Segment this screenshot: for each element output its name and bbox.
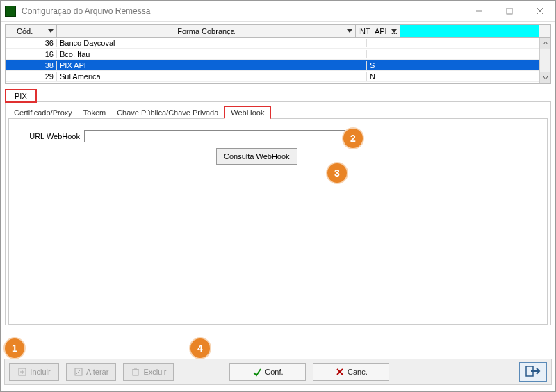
column-header-scroll xyxy=(539,25,550,37)
cell-forma: Sul America xyxy=(57,72,367,81)
vertical-scrollbar[interactable] xyxy=(539,38,550,83)
canc-label: Canc. xyxy=(348,368,368,376)
tab-webhook-label: WebHook xyxy=(231,108,264,117)
cell-cod: 29 xyxy=(6,72,57,81)
cell-forma: Banco Daycoval xyxy=(57,39,367,47)
callout-2-num: 2 xyxy=(350,133,356,144)
tab-token-label: Tokem xyxy=(83,108,106,117)
col-cod-label: Cód. xyxy=(17,27,33,35)
minimize-button[interactable] xyxy=(464,1,494,21)
svg-rect-1 xyxy=(507,8,512,14)
tab-webhook[interactable]: WebHook xyxy=(224,106,271,119)
pix-panel: Certificado/Proxy Tokem Chave Pública/Ch… xyxy=(5,101,551,325)
url-webhook-label: URL WebHook xyxy=(17,132,80,140)
col-forma-label: Forma Cobrança xyxy=(177,27,235,35)
tab-chave-publica-privada[interactable]: Chave Pública/Chave Privada xyxy=(111,107,224,118)
data-grid[interactable]: Cód. Forma Cobrança INT_API_... 36 Banco… xyxy=(5,24,551,84)
callout-1: 1 xyxy=(5,338,24,358)
scroll-down-button[interactable] xyxy=(540,72,550,83)
alterar-button[interactable]: Alterar xyxy=(66,363,116,381)
table-row[interactable]: 36 Banco Daycoval xyxy=(6,38,550,49)
conf-label: Conf. xyxy=(265,368,283,376)
tab-chave-label: Chave Pública/Chave Privada xyxy=(117,108,218,117)
cell-int: N xyxy=(367,72,411,81)
cell-cod: 38 xyxy=(6,61,57,70)
tab-cert-label: Certificado/Proxy xyxy=(14,108,72,117)
alterar-label: Alterar xyxy=(86,368,108,376)
conf-button[interactable]: Conf. xyxy=(229,363,306,381)
title-bar: Configuração do Arquivo Remessa xyxy=(1,1,555,22)
callout-4: 4 xyxy=(190,338,210,358)
tab-certificado-proxy[interactable]: Certificado/Proxy xyxy=(8,107,78,118)
svg-rect-9 xyxy=(133,370,138,375)
url-webhook-input[interactable] xyxy=(84,130,345,142)
webhook-panel: URL WebHook Consulta WebHook xyxy=(8,119,548,325)
inner-tabstrip: Certificado/Proxy Tokem Chave Pública/Ch… xyxy=(8,105,548,119)
window-controls xyxy=(464,1,555,21)
column-header-cod[interactable]: Cód. xyxy=(6,25,57,37)
maximize-button[interactable] xyxy=(494,1,525,21)
outer-tabstrip: PIX Certificado/Proxy Tokem Chave Públic… xyxy=(5,88,551,325)
cell-forma: Bco. Itau xyxy=(57,50,367,58)
callout-1-num: 1 xyxy=(12,343,17,354)
chevron-down-icon xyxy=(391,29,397,33)
tab-pix[interactable]: PIX xyxy=(5,89,37,103)
table-row-selected[interactable]: 38 PIX API S xyxy=(6,60,550,71)
cell-cod: 16 xyxy=(6,50,57,58)
app-icon xyxy=(5,6,16,17)
callout-4-num: 4 xyxy=(197,343,203,354)
bottom-toolbar: Incluir Alterar Excluir Conf. Canc. xyxy=(4,359,552,385)
url-webhook-row: URL WebHook xyxy=(17,130,539,142)
exit-button[interactable] xyxy=(519,362,547,382)
add-icon xyxy=(17,367,27,377)
canc-button[interactable]: Canc. xyxy=(313,363,389,381)
excluir-button[interactable]: Excluir xyxy=(123,363,174,381)
window-title: Configuração do Arquivo Remessa xyxy=(22,6,150,16)
excluir-label: Excluir xyxy=(143,368,166,376)
close-button[interactable] xyxy=(525,1,555,21)
chevron-down-icon xyxy=(347,29,352,33)
tab-tokem[interactable]: Tokem xyxy=(78,107,111,118)
incluir-label: Incluir xyxy=(30,368,50,376)
consulta-webhook-button[interactable]: Consulta WebHook xyxy=(216,148,297,165)
table-row[interactable]: 29 Sul America N xyxy=(6,71,550,82)
scroll-up-button[interactable] xyxy=(540,38,550,49)
exit-icon xyxy=(525,365,541,379)
column-header-int-api[interactable]: INT_API_... xyxy=(356,25,400,37)
chevron-down-icon xyxy=(48,29,54,33)
consulta-webhook-label: Consulta WebHook xyxy=(224,152,290,161)
column-header-forma[interactable]: Forma Cobrança xyxy=(57,25,356,37)
svg-line-8 xyxy=(76,370,81,374)
cell-int: S xyxy=(367,61,411,70)
tab-pix-label: PIX xyxy=(15,92,27,100)
callout-3-num: 3 xyxy=(334,168,340,179)
edit-icon xyxy=(74,367,83,377)
incluir-button[interactable]: Incluir xyxy=(9,363,59,381)
trash-icon xyxy=(131,367,140,377)
table-row[interactable]: 16 Bco. Itau xyxy=(6,49,550,60)
cell-cod: 36 xyxy=(6,39,57,47)
grid-header: Cód. Forma Cobrança INT_API_... xyxy=(6,25,550,38)
consult-row: Consulta WebHook xyxy=(216,148,539,165)
grid-body: 36 Banco Daycoval 16 Bco. Itau 38 PIX AP… xyxy=(6,38,550,82)
x-icon xyxy=(335,367,345,377)
callout-3: 3 xyxy=(327,163,347,183)
callout-2: 2 xyxy=(343,129,363,148)
check-icon xyxy=(252,367,262,377)
cell-forma: PIX API xyxy=(57,61,367,70)
column-header-highlight[interactable] xyxy=(400,25,539,37)
